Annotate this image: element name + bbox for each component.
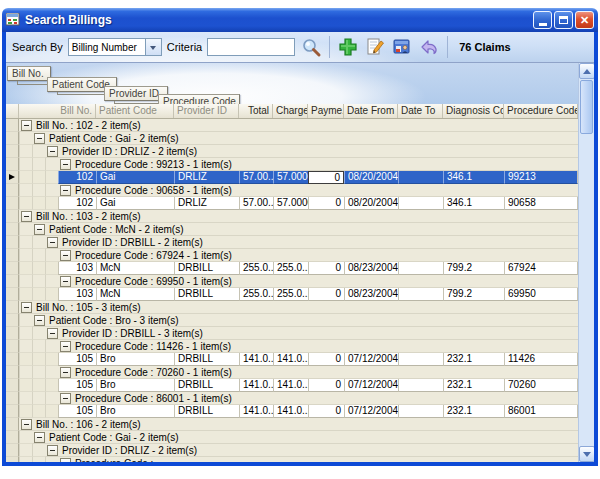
collapse-icon[interactable]: [47, 445, 58, 456]
cell-total[interactable]: 255.0...: [239, 262, 273, 275]
cell-bill-no[interactable]: 103: [58, 262, 96, 275]
group-row[interactable]: Bill No. : 103 - 2 item(s): [6, 210, 578, 223]
cell-bill-no[interactable]: 105: [58, 353, 96, 366]
data-row[interactable]: 103McNDRBILL255.0...255.0...008/23/20047…: [6, 288, 578, 301]
group-row[interactable]: Provider ID : DRBILL - 2 item(s): [6, 236, 578, 249]
collapse-icon[interactable]: [60, 458, 71, 463]
search-button[interactable]: [300, 36, 322, 58]
collapse-icon[interactable]: [60, 276, 71, 287]
cell-payments[interactable]: 0: [308, 353, 344, 366]
cell-provider-id[interactable]: DRLIZ: [174, 171, 239, 184]
group-row[interactable]: Provider ID : DRLIZ - 2 item(s): [6, 145, 578, 158]
criteria-input[interactable]: [207, 38, 295, 56]
cell-date-to[interactable]: [398, 405, 443, 418]
column-header-procedure-code[interactable]: Procedure Code: [504, 104, 578, 118]
cell-date-from[interactable]: 07/12/2004: [344, 379, 398, 392]
cell-patient-code[interactable]: McN: [96, 288, 174, 301]
cell-date-from[interactable]: 08/20/2004: [344, 197, 398, 210]
cell-procedure-code[interactable]: 99213: [504, 171, 578, 184]
cell-patient-code[interactable]: Bro: [96, 405, 174, 418]
cell-provider-id[interactable]: DRLIZ: [174, 197, 239, 210]
group-row[interactable]: Patient Code : Gai - 2 item(s): [6, 132, 578, 145]
collapse-icon[interactable]: [60, 341, 71, 352]
cell-date-to[interactable]: [398, 353, 443, 366]
cell-date-from[interactable]: 07/12/2004: [344, 353, 398, 366]
cell-provider-id[interactable]: DRBILL: [174, 353, 239, 366]
cell-charges[interactable]: 255.0...: [273, 262, 308, 275]
cell-charges[interactable]: 57.0000: [273, 197, 308, 210]
cell-total[interactable]: 255.0...: [239, 288, 273, 301]
cell-bill-no[interactable]: 102: [58, 171, 96, 184]
cell-procedure-code[interactable]: 67924: [504, 262, 578, 275]
data-row[interactable]: 105BroDRBILL141.0...141.0...007/12/20042…: [6, 379, 578, 392]
collapse-icon[interactable]: [60, 250, 71, 261]
search-by-dropdown[interactable]: Billing Number: [68, 38, 162, 56]
column-header-total[interactable]: Total: [239, 104, 273, 118]
cell-diagnosis-code[interactable]: 799.2: [443, 262, 504, 275]
cell-bill-no[interactable]: 105: [58, 405, 96, 418]
scroll-down-button[interactable]: [579, 446, 594, 462]
cell-total[interactable]: 141.0...: [239, 405, 273, 418]
group-row[interactable]: Procedure Code : 67924 - 1 item(s): [6, 249, 578, 262]
data-row[interactable]: 105BroDRBILL141.0...141.0...007/12/20042…: [6, 405, 578, 418]
collapse-icon[interactable]: [21, 419, 32, 430]
cell-diagnosis-code[interactable]: 232.1: [443, 405, 504, 418]
cell-diagnosis-code[interactable]: 232.1: [443, 353, 504, 366]
collapse-icon[interactable]: [21, 211, 32, 222]
column-header-date-from[interactable]: Date From: [344, 104, 398, 118]
collapse-icon[interactable]: [47, 328, 58, 339]
payments-editor-cell[interactable]: 0: [308, 171, 344, 184]
cell-payments[interactable]: 0: [308, 288, 344, 301]
undo-button[interactable]: [418, 36, 440, 58]
cell-provider-id[interactable]: DRBILL: [174, 405, 239, 418]
cell-provider-id[interactable]: DRBILL: [174, 379, 239, 392]
group-row[interactable]: Bill No. : 105 - 3 item(s): [6, 301, 578, 314]
title-bar[interactable]: Search Billings ✕: [2, 8, 598, 32]
data-row[interactable]: 102GaiDRLIZ57.00...57.0000008/20/2004346…: [6, 171, 578, 184]
cell-total[interactable]: 57.00...: [239, 197, 273, 210]
cell-procedure-code[interactable]: 70260: [504, 379, 578, 392]
collapse-icon[interactable]: [21, 120, 32, 131]
group-row[interactable]: Bill No. : 106 - 2 item(s): [6, 418, 578, 431]
close-button[interactable]: ✕: [575, 11, 594, 29]
cell-procedure-code[interactable]: 11426: [504, 353, 578, 366]
column-header-date-to[interactable]: Date To: [398, 104, 443, 118]
cell-total[interactable]: 141.0...: [239, 379, 273, 392]
chevron-down-icon[interactable]: [145, 39, 161, 55]
collapse-icon[interactable]: [47, 146, 58, 157]
cell-charges[interactable]: 57.0000: [273, 171, 308, 184]
cell-provider-id[interactable]: DRBILL: [174, 262, 239, 275]
column-header-charges[interactable]: Charges: [273, 104, 308, 118]
collapse-icon[interactable]: [34, 432, 45, 443]
cell-diagnosis-code[interactable]: 346.1: [443, 197, 504, 210]
cell-date-from[interactable]: 08/23/2004: [344, 288, 398, 301]
group-by-box-bill-no[interactable]: Bill No.: [7, 66, 51, 81]
cell-procedure-code[interactable]: 90658: [504, 197, 578, 210]
cell-date-to[interactable]: [398, 379, 443, 392]
column-header-diagnosis-code[interactable]: Diagnosis Code: [443, 104, 504, 118]
scroll-up-button[interactable]: [579, 63, 594, 79]
cell-bill-no[interactable]: 102: [58, 197, 96, 210]
cell-payments[interactable]: 0: [308, 405, 344, 418]
cell-charges[interactable]: 141.0...: [273, 379, 308, 392]
group-row[interactable]: Procedure Code : 99213 - 1 item(s): [6, 158, 578, 171]
cell-procedure-code[interactable]: 86001: [504, 405, 578, 418]
column-header-patient-code[interactable]: Patient Code: [96, 104, 174, 118]
group-row[interactable]: Provider ID : DRLIZ - 2 item(s): [6, 444, 578, 457]
cell-total[interactable]: 57.00...: [239, 171, 273, 184]
cell-date-from[interactable]: 07/12/2004: [344, 405, 398, 418]
cell-provider-id[interactable]: DRBILL: [174, 288, 239, 301]
cell-date-to[interactable]: [398, 197, 443, 210]
group-row[interactable]: Patient Code : Bro - 3 item(s): [6, 314, 578, 327]
group-row[interactable]: Patient Code : Gai - 2 item(s): [6, 431, 578, 444]
data-row[interactable]: 105BroDRBILL141.0...141.0...007/12/20042…: [6, 353, 578, 366]
cell-patient-code[interactable]: McN: [96, 262, 174, 275]
scrollbar-thumb[interactable]: [580, 80, 593, 134]
collapse-icon[interactable]: [34, 133, 45, 144]
group-row[interactable]: Provider ID : DRBILL - 3 item(s): [6, 327, 578, 340]
vertical-scrollbar[interactable]: [578, 63, 594, 462]
column-header-payments[interactable]: Payme...: [308, 104, 344, 118]
data-row[interactable]: 103McNDRBILL255.0...255.0...008/23/20047…: [6, 262, 578, 275]
group-row[interactable]: Patient Code : McN - 2 item(s): [6, 223, 578, 236]
collapse-icon[interactable]: [60, 185, 71, 196]
